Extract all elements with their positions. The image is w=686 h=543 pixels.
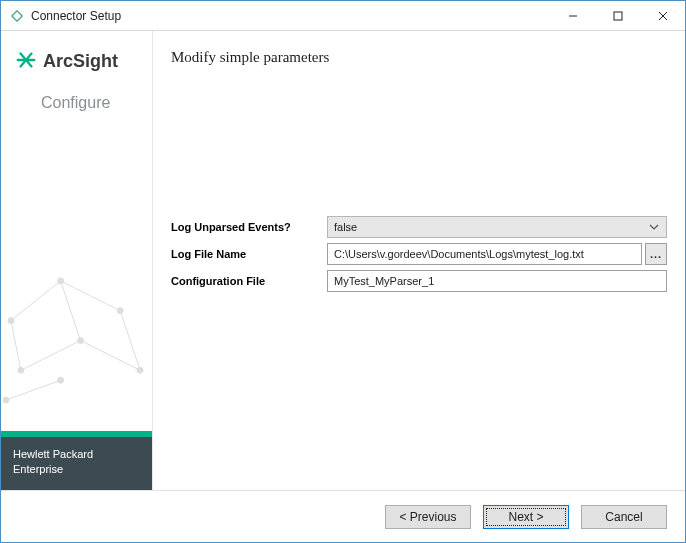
page-heading: Modify simple parameters xyxy=(171,49,667,66)
svg-point-21 xyxy=(3,397,9,403)
svg-line-7 xyxy=(11,281,61,321)
sidebar-decoration xyxy=(1,112,152,431)
svg-rect-1 xyxy=(614,12,622,20)
sidebar: ArcSight Configure xyxy=(1,31,153,490)
main-panel: Modify simple parameters Log Unparsed Ev… xyxy=(153,31,685,490)
log-unparsed-value: false xyxy=(334,221,646,233)
config-file-label: Configuration File xyxy=(171,275,321,287)
svg-point-17 xyxy=(117,308,123,314)
browse-button[interactable]: ... xyxy=(645,243,667,265)
svg-point-16 xyxy=(58,278,64,284)
sidebar-footer: Hewlett Packard Enterprise xyxy=(1,437,152,490)
body: ArcSight Configure xyxy=(1,31,685,490)
log-unparsed-select[interactable]: false xyxy=(327,216,667,238)
log-file-name-input[interactable]: C:\Users\v.gordeev\Documents\Logs\mytest… xyxy=(327,243,642,265)
svg-line-9 xyxy=(21,340,81,370)
svg-point-15 xyxy=(8,318,14,324)
window-title: Connector Setup xyxy=(31,9,121,23)
svg-line-13 xyxy=(11,321,21,371)
maximize-button[interactable] xyxy=(595,1,640,30)
minimize-button[interactable] xyxy=(550,1,595,30)
next-button[interactable]: Next > xyxy=(483,505,569,529)
wizard-buttons: < Previous Next > Cancel xyxy=(1,490,685,542)
svg-point-22 xyxy=(58,377,64,383)
log-file-name-label: Log File Name xyxy=(171,248,321,260)
svg-line-14 xyxy=(6,380,61,400)
footer-line2: Enterprise xyxy=(13,462,140,476)
log-unparsed-label: Log Unparsed Events? xyxy=(171,221,321,233)
footer-line1: Hewlett Packard xyxy=(13,447,140,461)
arcsight-logo-icon xyxy=(15,49,37,74)
titlebar: Connector Setup xyxy=(1,1,685,31)
previous-button[interactable]: < Previous xyxy=(385,505,471,529)
window-root: Connector Setup xyxy=(0,0,686,543)
brand-subtitle: Configure xyxy=(15,94,152,112)
brand: ArcSight Configure xyxy=(1,31,152,112)
close-button[interactable] xyxy=(640,1,685,30)
app-icon xyxy=(9,8,25,24)
chevron-down-icon xyxy=(646,224,662,230)
log-file-name-row: C:\Users\v.gordeev\Documents\Logs\mytest… xyxy=(327,243,667,265)
svg-point-19 xyxy=(77,337,83,343)
cancel-button[interactable]: Cancel xyxy=(581,505,667,529)
svg-point-18 xyxy=(18,367,24,373)
brand-name: ArcSight xyxy=(43,51,118,72)
parameters-form: Log Unparsed Events? false Log File Name… xyxy=(171,216,667,292)
config-file-input[interactable]: MyTest_MyParser_1 xyxy=(327,270,667,292)
svg-point-20 xyxy=(137,367,143,373)
